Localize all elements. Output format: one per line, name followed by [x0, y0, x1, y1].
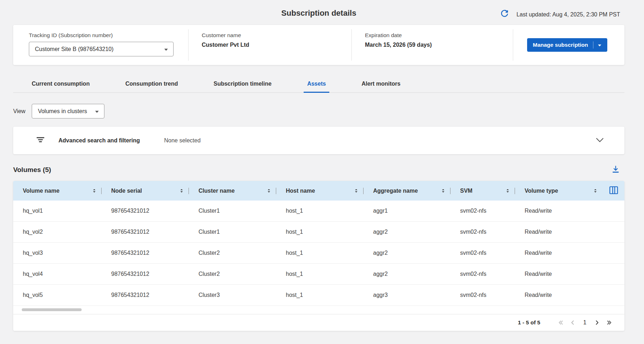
customer-name-value: Customer Pvt Ltd: [202, 42, 249, 48]
cell-aggregate-name: aggr2: [364, 264, 450, 284]
cell-empty: [603, 243, 624, 263]
column-label: SVM: [460, 188, 473, 194]
tracking-id-select[interactable]: Customer Site B (9876543210): [29, 42, 174, 56]
tab-subscription-timeline[interactable]: Subscription timeline: [210, 81, 275, 92]
volumes-title: Volumes (5): [13, 166, 51, 174]
cell-node-serial: 987654321012: [102, 243, 189, 263]
filter-expand-button[interactable]: [596, 138, 604, 143]
cell-svm: svm02-nfs: [450, 201, 515, 221]
column-header-volume-type: Volume type: [515, 181, 603, 201]
sort-icon[interactable]: [179, 188, 184, 193]
column-header-cluster-name: Cluster name: [189, 181, 276, 201]
cell-aggregate-name: aggr2: [364, 222, 450, 242]
cell-empty: [603, 264, 624, 284]
button-divider: [593, 41, 593, 49]
page-number-button[interactable]: 1: [579, 317, 591, 328]
filter-icon: [36, 135, 45, 146]
column-label: Node serial: [111, 188, 142, 194]
download-button[interactable]: [611, 165, 620, 175]
chevron-down-icon: [596, 138, 604, 143]
column-header-host-name: Host name: [276, 181, 364, 201]
cell-aggregate-name: aggr1: [364, 201, 450, 221]
customer-name-block: Customer name Customer Pvt Ltd: [189, 29, 351, 61]
column-header-svm: SVM: [450, 181, 515, 201]
cell-volume-type: Read/write: [515, 201, 603, 221]
chevron-down-icon: [95, 108, 99, 115]
refresh-button[interactable]: [500, 9, 509, 20]
first-page-button[interactable]: [555, 317, 567, 328]
cell-cluster-name: Cluster2: [189, 243, 276, 263]
cell-volume-type: Read/write: [515, 222, 603, 242]
cell-cluster-name: Cluster1: [189, 222, 276, 242]
cell-cluster-name: Cluster3: [189, 285, 276, 305]
horizontal-scrollbar[interactable]: [13, 306, 624, 314]
manage-subscription-area: Manage subscription: [513, 29, 624, 61]
volumes-table: Volume name Node serial Cluster name Hos…: [13, 181, 624, 331]
columns-icon: [609, 186, 618, 196]
previous-page-button[interactable]: [567, 317, 579, 328]
cell-volume-name: hq_vol4: [13, 264, 102, 284]
table-row: hq_vol3 987654321012 Cluster2 host_1 agg…: [13, 243, 624, 264]
cell-cluster-name: Cluster1: [189, 201, 276, 221]
tracking-id-label: Tracking ID (Subscription number): [29, 32, 188, 39]
chevron-down-icon: [164, 46, 168, 52]
cell-host-name: host_1: [276, 201, 364, 221]
manage-subscription-button[interactable]: Manage subscription: [527, 38, 607, 52]
tab-consumption-trend[interactable]: Consumption trend: [122, 81, 182, 92]
filter-status: None selected: [164, 137, 201, 144]
cell-svm: svm02-nfs: [450, 243, 515, 263]
cell-empty: [603, 201, 624, 221]
cell-aggregate-name: aggr2: [364, 243, 450, 263]
sort-icon[interactable]: [593, 188, 598, 193]
tab-current-consumption[interactable]: Current consumption: [28, 81, 93, 92]
cell-node-serial: 987654321012: [102, 201, 189, 221]
scrollbar-thumb[interactable]: [22, 308, 82, 311]
cell-node-serial: 987654321012: [102, 285, 189, 305]
cell-svm: svm02-nfs: [450, 222, 515, 242]
cell-empty: [603, 285, 624, 305]
cell-volume-type: Read/write: [515, 264, 603, 284]
cell-host-name: host_1: [276, 264, 364, 284]
table-row: hq_vol2 987654321012 Cluster1 host_1 agg…: [13, 222, 624, 243]
tab-assets[interactable]: Assets: [304, 81, 329, 92]
cell-aggregate-name: aggr3: [364, 285, 450, 305]
next-page-button[interactable]: [591, 317, 603, 328]
column-header-aggregate-name: Aggregate name: [364, 181, 450, 201]
column-label: Aggregate name: [373, 188, 418, 194]
expiration-date-label: Expiration date: [365, 32, 513, 39]
cell-empty: [603, 222, 624, 242]
cell-volume-name: hq_vol2: [13, 222, 102, 242]
column-label: Cluster name: [199, 188, 235, 194]
advanced-filter-bar[interactable]: Advanced search and filtering None selec…: [13, 127, 624, 154]
column-settings-cell: [603, 181, 624, 201]
expiration-date-value: March 15, 2026 (59 days): [365, 42, 432, 48]
cell-volume-name: hq_vol5: [13, 285, 102, 305]
tab-bar: Current consumption Consumption trend Su…: [13, 81, 624, 93]
column-header-node-serial: Node serial: [102, 181, 189, 201]
manage-subscription-label: Manage subscription: [533, 42, 588, 48]
sort-icon[interactable]: [441, 188, 446, 193]
table-row: hq_vol5 987654321012 Cluster3 host_1 agg…: [13, 285, 624, 306]
tracking-id-value: Customer Site B (9876543210): [35, 46, 114, 52]
cell-host-name: host_1: [276, 222, 364, 242]
cell-svm: svm02-nfs: [450, 285, 515, 305]
cell-volume-name: hq_vol1: [13, 201, 102, 221]
table-row: hq_vol1 987654321012 Cluster1 host_1 agg…: [13, 201, 624, 222]
column-label: Volume type: [525, 188, 558, 194]
table-header-row: Volume name Node serial Cluster name Hos…: [13, 181, 624, 201]
manage-columns-button[interactable]: [609, 186, 618, 196]
caret-down-icon[interactable]: [598, 42, 602, 48]
cell-host-name: host_1: [276, 243, 364, 263]
tab-alert-monitors[interactable]: Alert monitors: [358, 81, 404, 92]
sort-icon[interactable]: [266, 188, 272, 193]
refresh-icon: [500, 9, 509, 20]
last-updated-group: Last updated: Aug 4, 2025, 2:30 PM PST: [500, 9, 620, 20]
sort-icon[interactable]: [505, 188, 510, 193]
subscription-info-card: Tracking ID (Subscription number) Custom…: [13, 25, 624, 65]
sort-icon[interactable]: [92, 188, 97, 193]
view-select[interactable]: Volumes in clusters: [32, 104, 104, 118]
filter-title: Advanced search and filtering: [58, 137, 140, 144]
sort-icon[interactable]: [354, 188, 359, 193]
column-header-volume-name: Volume name: [13, 181, 102, 201]
last-page-button[interactable]: [603, 317, 615, 328]
